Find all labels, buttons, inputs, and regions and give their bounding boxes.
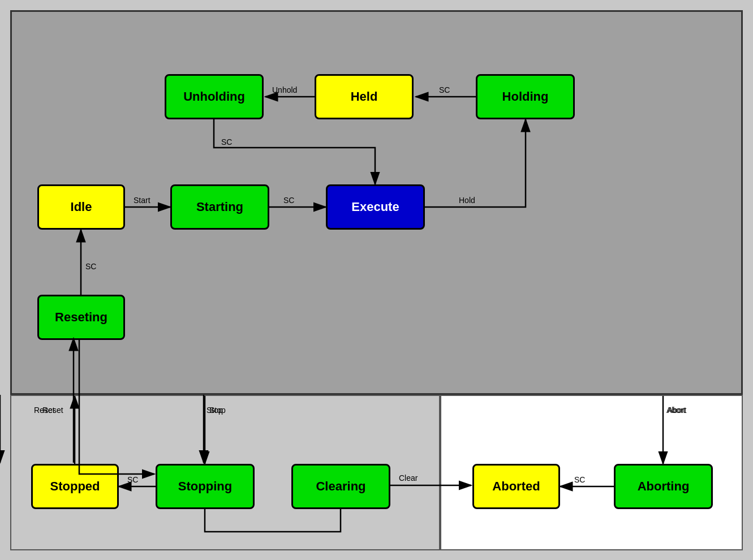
state-aborting: Aborting [614,464,713,509]
label-sc-holding-held: SC [439,85,450,94]
state-diagram: Unholding Held Holding Idle Starting Exe… [0,0,753,560]
label-sc-aborting-aborted: SC [574,475,585,484]
state-execute: Execute [326,184,425,230]
label-stop: Stop [209,406,226,415]
label-start: Start [134,196,150,205]
state-clearing: Clearing [291,464,390,509]
bottom-left-panel: Stopped Stopping Clearing Stop SC [10,395,440,550]
state-idle: Idle [37,184,125,230]
label-abort: Abort [668,406,687,415]
state-held: Held [315,74,414,119]
label-reset: Reset [42,406,63,415]
label-sc-starting-execute: SC [283,196,294,205]
state-starting: Starting [170,184,269,230]
label-sc-unholding-execute: SC [221,137,232,147]
label-sc-stopping-stopped: SC [127,475,138,484]
state-reseting: Reseting [37,295,125,340]
top-panel: Unholding Held Holding Idle Starting Exe… [10,10,743,395]
state-holding: Holding [476,74,575,119]
label-sc-reseting-idle: SC [85,262,96,271]
state-stopped: Stopped [31,464,119,509]
state-aborted: Aborted [472,464,560,509]
label-unhold: Unhold [272,85,297,94]
state-unholding: Unholding [165,74,264,119]
label-hold: Hold [459,196,475,205]
state-stopping: Stopping [156,464,255,509]
bottom-right-panel: Aborted Aborting Abort SC [440,395,743,550]
